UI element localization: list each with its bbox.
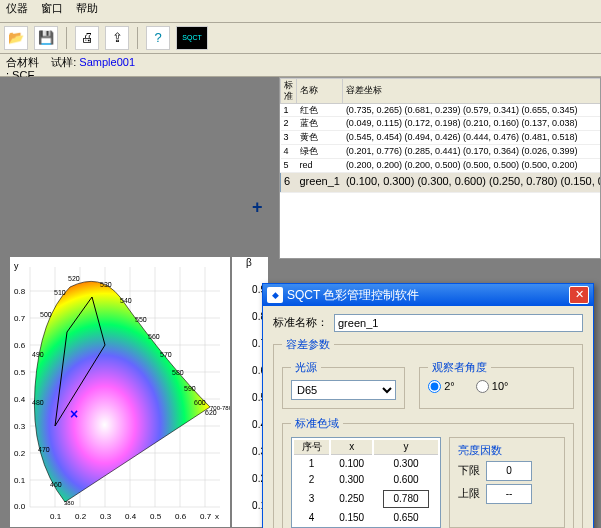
svg-text:520: 520 — [68, 275, 80, 282]
gamut-y-input[interactable] — [383, 490, 429, 508]
brightness-legend: 亮度因数 — [458, 444, 556, 457]
svg-text:y: y — [14, 261, 19, 271]
tolerance-fieldset: 容差参数 光源 D65 观察者角度 2° 10° 标准色域 — [273, 338, 583, 528]
svg-text:0.4: 0.4 — [125, 512, 137, 521]
svg-text:460: 460 — [50, 481, 62, 488]
chromaticity-chart: × y 0.80.70.6 0.50.40.3 0.20.10.0 0.10.2… — [10, 257, 230, 527]
menu-bar: 仪器 窗口 帮助 — [0, 0, 601, 23]
lower-input[interactable] — [486, 461, 532, 481]
gamut-row[interactable]: 10.1000.300 — [294, 457, 438, 471]
svg-text:0.1: 0.1 — [14, 476, 26, 485]
toolbar: 📂 💾 🖨 ⇪ ? SQCT — [0, 23, 601, 54]
standard-name-input[interactable] — [334, 314, 583, 332]
svg-text:0.2: 0.2 — [75, 512, 87, 521]
svg-text:0.6: 0.6 — [14, 341, 26, 350]
close-icon[interactable]: ✕ — [569, 286, 589, 304]
table-header: 标准名称容差坐标 — [281, 79, 602, 104]
dialog-titlebar[interactable]: ◆ SQCT 色彩管理控制软件 ✕ — [263, 284, 593, 306]
material-label: 合材料 — [6, 56, 39, 68]
svg-text:0.1: 0.1 — [50, 512, 62, 521]
svg-text:490: 490 — [32, 351, 44, 358]
gamut-row[interactable]: 40.1500.650 — [294, 511, 438, 525]
svg-text:0.3: 0.3 — [100, 512, 112, 521]
separator — [137, 27, 138, 49]
open-icon[interactable]: 📂 — [4, 26, 28, 50]
svg-text:470: 470 — [38, 446, 50, 453]
illuminant-select[interactable]: D65 — [291, 380, 396, 400]
tolerance-legend: 容差参数 — [282, 338, 334, 351]
name-label: 标准名称： — [273, 316, 328, 329]
svg-text:0.7: 0.7 — [14, 314, 26, 323]
svg-text:×: × — [70, 406, 78, 422]
print-icon[interactable]: 🖨 — [75, 26, 99, 50]
menu-help[interactable]: 帮助 — [76, 2, 98, 14]
lower-label: 下限 — [458, 464, 480, 477]
svg-text:570: 570 — [160, 351, 172, 358]
help-icon[interactable]: ? — [146, 26, 170, 50]
svg-text:0.0: 0.0 — [14, 502, 26, 511]
svg-text:x: x — [215, 512, 219, 521]
menu-instrument[interactable]: 仪器 — [6, 2, 28, 14]
dialog-title: SQCT 色彩管理控制软件 — [287, 288, 419, 302]
svg-text:0.4: 0.4 — [14, 395, 26, 404]
save-icon[interactable]: 💾 — [34, 26, 58, 50]
upper-label: 上限 — [458, 487, 480, 500]
table-row[interactable]: 3黄色(0.545, 0.454) (0.494, 0.426) (0.444,… — [281, 131, 602, 145]
separator — [66, 27, 67, 49]
table-row[interactable]: 5red(0.200, 0.200) (0.200, 0.500) (0.500… — [281, 158, 602, 172]
svg-text:510: 510 — [54, 289, 66, 296]
svg-text:0.3: 0.3 — [14, 422, 26, 431]
svg-text:500: 500 — [40, 311, 52, 318]
menu-window[interactable]: 窗口 — [41, 2, 63, 14]
svg-text:550: 550 — [135, 316, 147, 323]
sqct-icon[interactable]: SQCT — [176, 26, 208, 50]
svg-text:0.2: 0.2 — [14, 449, 26, 458]
observer-2-radio[interactable]: 2° — [428, 380, 455, 393]
observer-fieldset: 观察者角度 2° 10° — [419, 361, 574, 409]
svg-text:0.5: 0.5 — [14, 368, 26, 377]
svg-text:560: 560 — [148, 333, 160, 340]
workspace: + — [0, 77, 601, 528]
svg-text:480: 480 — [32, 399, 44, 406]
gamut-table[interactable]: 序号xy 10.1000.300 20.3000.600 30.250 40.1… — [291, 437, 441, 528]
sample-label: 试样: — [51, 56, 76, 68]
table-row[interactable]: 1红色(0.735, 0.265) (0.681, 0.239) (0.579,… — [281, 103, 602, 117]
brightness-box: 亮度因数 下限 上限 — [449, 437, 565, 528]
app-icon: ◆ — [267, 287, 283, 303]
svg-text:0.7: 0.7 — [200, 512, 212, 521]
svg-text:590: 590 — [184, 385, 196, 392]
info-bar: 合材料 试样: Sample001 : SCE — [0, 54, 601, 77]
svg-text:0.6: 0.6 — [175, 512, 187, 521]
upper-input[interactable] — [486, 484, 532, 504]
svg-text:600: 600 — [194, 399, 206, 406]
table-row[interactable]: 2蓝色(0.049, 0.115) (0.172, 0.198) (0.210,… — [281, 117, 602, 131]
svg-text:700-780: 700-780 — [210, 405, 230, 411]
table-row-selected[interactable]: 6green_1(0.100, 0.300) (0.300, 0.600) (0… — [281, 172, 602, 192]
svg-text:580: 580 — [172, 369, 184, 376]
svg-text:380: 380 — [64, 500, 75, 506]
standards-table[interactable]: 标准名称容差坐标 1红色(0.735, 0.265) (0.681, 0.239… — [279, 77, 601, 259]
illuminant-fieldset: 光源 D65 — [282, 361, 405, 409]
sqct-dialog: ◆ SQCT 色彩管理控制软件 ✕ 标准名称： 容差参数 光源 D65 — [262, 283, 594, 528]
export-icon[interactable]: ⇪ — [105, 26, 129, 50]
crosshair-icon: + — [252, 197, 263, 219]
gamut-legend: 标准色域 — [291, 417, 343, 430]
observer-10-radio[interactable]: 10° — [476, 380, 509, 393]
svg-text:530: 530 — [100, 281, 112, 288]
table-row[interactable]: 4绿色(0.201, 0.776) (0.285, 0.441) (0.170,… — [281, 144, 602, 158]
svg-text:0.8: 0.8 — [14, 287, 26, 296]
observer-legend: 观察者角度 — [428, 361, 491, 374]
illuminant-legend: 光源 — [291, 361, 321, 374]
gamut-row-editing[interactable]: 30.250 — [294, 489, 438, 509]
gamut-fieldset: 标准色域 序号xy 10.1000.300 20.3000.600 30.250… — [282, 417, 574, 528]
gamut-row[interactable]: 20.3000.600 — [294, 473, 438, 487]
svg-text:0.5: 0.5 — [150, 512, 162, 521]
svg-text:540: 540 — [120, 297, 132, 304]
sample-name: Sample001 — [79, 56, 135, 68]
